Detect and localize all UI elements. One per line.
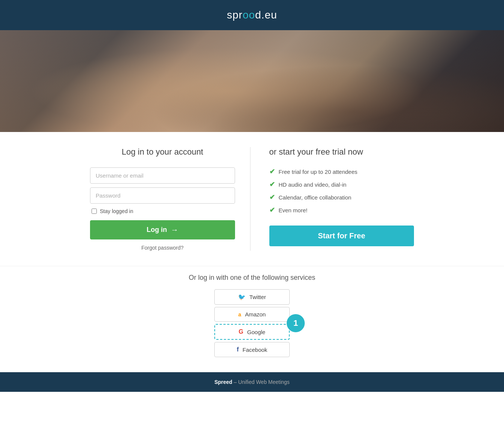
- logo-oo: oo: [243, 9, 255, 21]
- footer-tagline: – Unified Web Meetings: [232, 379, 290, 385]
- check-icon: ✔: [269, 167, 275, 176]
- hero-image: [0, 30, 504, 132]
- arrow-icon: →: [171, 226, 178, 234]
- amazon-icon: a: [238, 311, 241, 318]
- amazon-login-button[interactable]: a Amazon: [214, 307, 290, 322]
- social-buttons-group: 🐦 Twitter a Amazon G Google f Facebook 1: [8, 289, 496, 357]
- login-section: Log in to your account Stay logged in Lo…: [90, 147, 250, 251]
- login-title: Log in to your account: [90, 147, 235, 157]
- check-icon: ✔: [269, 180, 275, 189]
- feature-label: HD audio and video, dial-in: [279, 181, 347, 188]
- twitter-icon: 🐦: [238, 293, 246, 301]
- site-logo: sprood.eu: [227, 9, 277, 21]
- hero-overlay: [0, 30, 504, 132]
- badge-1: 1: [287, 314, 305, 332]
- social-section: Or log in with one of the following serv…: [0, 266, 504, 372]
- trial-section: or start your free trial now ✔ Free tria…: [250, 147, 414, 251]
- check-icon: ✔: [269, 206, 275, 214]
- google-login-button[interactable]: G Google: [214, 324, 290, 340]
- site-footer: Spreed – Unified Web Meetings: [0, 372, 504, 392]
- feature-label: Even more!: [279, 207, 308, 213]
- amazon-label: Amazon: [245, 311, 266, 318]
- start-button-label: Start for Free: [318, 232, 365, 240]
- stay-logged-checkbox[interactable]: [92, 209, 97, 214]
- main-content: Log in to your account Stay logged in Lo…: [82, 132, 422, 266]
- list-item: ✔ Calendar, office collaboration: [269, 193, 414, 201]
- feature-label: Calendar, office collaboration: [279, 194, 351, 201]
- list-item: ✔ HD audio and video, dial-in: [269, 180, 414, 189]
- list-item: ✔ Free trial for up to 20 attendees: [269, 167, 414, 176]
- feature-label: Free trial for up to 20 attendees: [279, 169, 357, 175]
- login-button-label: Log in: [147, 226, 167, 234]
- stay-logged-label: Stay logged in: [100, 208, 133, 214]
- stay-logged-group: Stay logged in: [92, 208, 235, 214]
- social-title: Or log in with one of the following serv…: [8, 274, 496, 282]
- facebook-icon: f: [237, 346, 238, 353]
- hero-background: [0, 30, 504, 132]
- password-input[interactable]: [90, 187, 235, 204]
- username-field-group: [90, 167, 235, 184]
- google-label: Google: [247, 329, 265, 335]
- facebook-login-button[interactable]: f Facebook: [214, 342, 290, 357]
- trial-features-list: ✔ Free trial for up to 20 attendees ✔ HD…: [269, 167, 414, 214]
- check-icon: ✔: [269, 193, 275, 201]
- list-item: ✔ Even more!: [269, 206, 414, 214]
- footer-brand: Spreed: [214, 379, 232, 385]
- logo-text-part1: spr: [227, 9, 243, 21]
- twitter-label: Twitter: [249, 294, 266, 300]
- logo-text-part2: d.eu: [255, 9, 277, 21]
- login-button[interactable]: Log in →: [90, 220, 235, 239]
- password-field-group: [90, 187, 235, 204]
- username-input[interactable]: [90, 167, 235, 184]
- forgot-password-link[interactable]: Forgot password?: [90, 245, 235, 251]
- site-header: sprood.eu: [0, 0, 504, 30]
- google-icon: G: [239, 328, 243, 335]
- twitter-login-button[interactable]: 🐦 Twitter: [214, 289, 290, 305]
- start-free-button[interactable]: Start for Free: [269, 226, 414, 246]
- facebook-label: Facebook: [243, 347, 267, 353]
- trial-title: or start your free trial now: [269, 147, 414, 157]
